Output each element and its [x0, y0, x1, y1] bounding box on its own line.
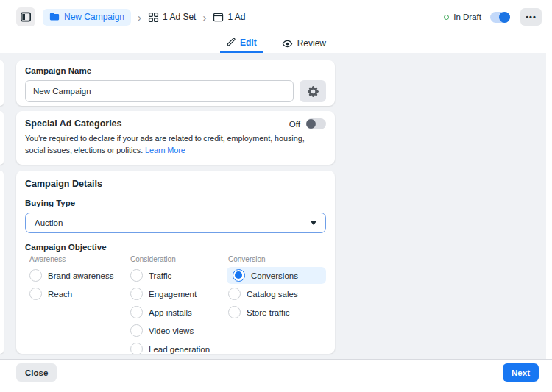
sidebar-panel-icon — [20, 11, 32, 23]
option-label: Lead generation — [149, 345, 210, 354]
breadcrumb-campaign-label: New Campaign — [64, 12, 124, 22]
objective-option-brand-awareness[interactable]: Brand awareness — [28, 267, 129, 284]
breadcrumb-ad-set[interactable]: 1 Ad Set — [148, 12, 196, 23]
buying-type-select[interactable]: Auction — [25, 213, 326, 233]
tab-edit-label: Edit — [240, 38, 257, 48]
campaign-name-settings-button[interactable] — [300, 80, 326, 102]
option-label: Engagement — [149, 290, 197, 299]
eye-icon — [282, 38, 293, 49]
gear-icon — [308, 86, 319, 97]
tab-review-label: Review — [297, 38, 326, 49]
folder-icon — [49, 12, 60, 22]
objective-option-lead-generation[interactable]: Lead generation — [129, 341, 227, 354]
draft-status-label: In Draft — [453, 13, 481, 21]
objective-option-video-views[interactable]: Video views — [129, 322, 227, 339]
special-ad-description: You're required to declare if your ads a… — [25, 132, 319, 156]
option-label: Store traffic — [247, 308, 290, 317]
objective-option-reach[interactable]: Reach — [28, 285, 129, 302]
radio-selected-icon — [233, 269, 245, 282]
close-button[interactable]: Close — [16, 363, 57, 382]
next-button[interactable]: Next — [503, 363, 539, 382]
chevron-right-icon: › — [202, 12, 206, 23]
offscreen-card-edge — [0, 171, 4, 354]
draft-toggle[interactable] — [490, 12, 510, 23]
special-ad-toggle[interactable] — [306, 118, 326, 129]
radio-icon — [228, 306, 241, 318]
buying-type-value: Auction — [35, 218, 63, 227]
radio-icon — [228, 288, 241, 300]
buying-type-label: Buying Type — [25, 199, 326, 208]
objective-option-traffic[interactable]: Traffic — [129, 267, 227, 284]
campaign-name-card: Campaign Name — [16, 60, 335, 106]
special-ad-categories-title: Special Ad Categories — [25, 118, 122, 129]
offscreen-card-edge — [0, 60, 4, 106]
radio-icon — [130, 306, 143, 318]
more-options-button[interactable]: ••• — [520, 8, 542, 26]
tab-bar: Edit Review — [0, 34, 552, 53]
radio-icon — [130, 288, 143, 300]
breadcrumb: New Campaign › 1 Ad Set › 1 Ad — [16, 0, 245, 34]
column-header: Conversion — [227, 255, 326, 264]
toggle-knob — [499, 12, 510, 23]
option-label: Traffic — [149, 271, 171, 280]
draft-status-icon — [444, 15, 449, 20]
option-label: Brand awareness — [48, 271, 114, 280]
chevron-right-icon: › — [138, 12, 141, 23]
objective-option-app-installs[interactable]: App installs — [129, 304, 227, 321]
toggle-knob — [306, 119, 316, 129]
radio-icon — [29, 269, 42, 282]
option-label: Catalog sales — [247, 290, 298, 299]
special-ad-toggle-state-label: Off — [289, 120, 300, 129]
objective-column-awareness: Awareness Brand awareness Reach — [28, 255, 129, 354]
campaign-name-label: Campaign Name — [25, 66, 326, 76]
pencil-icon — [226, 38, 236, 47]
learn-more-link[interactable]: Learn More — [145, 146, 185, 154]
topbar-right-group: In Draft ••• — [444, 0, 542, 34]
grid-icon — [148, 12, 159, 23]
option-label: Reach — [48, 290, 72, 299]
objective-column-consideration: Consideration Traffic Engagement App ins… — [129, 255, 227, 354]
radio-icon — [29, 288, 42, 300]
objective-option-catalog-sales[interactable]: Catalog sales — [227, 285, 326, 302]
footer-bar: Close Next — [0, 359, 552, 392]
objective-option-store-traffic[interactable]: Store traffic — [227, 304, 326, 321]
objective-columns: Awareness Brand awareness Reach Consider… — [28, 255, 326, 354]
campaign-details-card: Campaign Details Buying Type Auction Cam… — [16, 171, 335, 354]
breadcrumb-ad[interactable]: 1 Ad — [213, 12, 245, 23]
top-bar: New Campaign › 1 Ad Set › 1 Ad In Draft … — [0, 0, 552, 34]
tab-edit[interactable]: Edit — [220, 34, 263, 53]
caret-down-icon — [311, 221, 316, 225]
campaign-details-title: Campaign Details — [25, 179, 326, 190]
ad-icon — [213, 12, 224, 23]
content-area: Campaign Name Special Ad Categories Off … — [0, 53, 546, 359]
tab-review[interactable]: Review — [276, 34, 332, 53]
column-header: Consideration — [129, 255, 227, 264]
breadcrumb-ad-label: 1 Ad — [227, 12, 245, 22]
column-header: Awareness — [28, 255, 129, 264]
option-label: Video views — [149, 327, 194, 335]
campaign-name-input[interactable] — [25, 80, 294, 102]
option-label: Conversions — [251, 271, 298, 280]
objective-column-conversion: Conversion Conversions Catalog sales Sto… — [227, 255, 326, 354]
radio-icon — [130, 269, 143, 282]
breadcrumb-campaign[interactable]: New Campaign — [43, 9, 131, 26]
offscreen-card-edge — [0, 111, 4, 165]
special-ad-categories-card: Special Ad Categories Off You're require… — [16, 111, 335, 165]
radio-icon — [130, 343, 143, 354]
radio-icon — [130, 324, 143, 337]
objective-option-engagement[interactable]: Engagement — [129, 285, 227, 302]
campaign-objective-label: Campaign Objective — [25, 243, 326, 252]
objective-option-conversions[interactable]: Conversions — [227, 267, 326, 284]
option-label: App installs — [149, 308, 192, 317]
breadcrumb-ad-set-label: 1 Ad Set — [163, 12, 196, 22]
sidebar-toggle-button[interactable] — [16, 7, 35, 26]
